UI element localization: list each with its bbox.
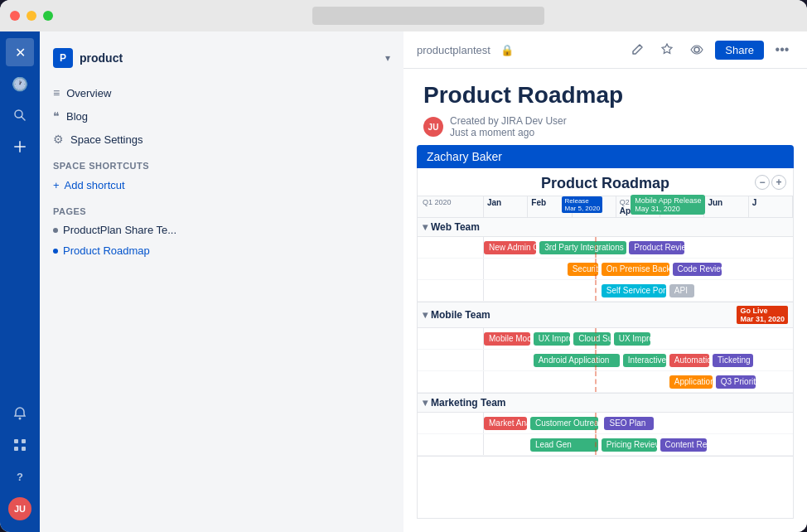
space-header[interactable]: P product ▾ — [46, 41, 397, 75]
svg-rect-5 — [14, 439, 18, 443]
search-icon[interactable] — [6, 101, 34, 129]
bar-product-review[interactable]: Product Review — [629, 241, 684, 254]
page-label-1: Product Roadmap — [63, 244, 150, 257]
app-body: ✕ 🕐 — [0, 31, 807, 532]
roadmap-title: Product Roadmap − + — [418, 168, 793, 196]
blog-icon: ❝ — [53, 109, 60, 123]
space-shortcuts-label: SPACE SHORTCUTS — [46, 151, 397, 174]
marketing-team-section: ▾ Marketing Team Market Analysis — [418, 394, 793, 457]
web-team-row-3: Self Service Portal API — [418, 280, 793, 302]
sidebar-item-settings[interactable]: ⚙ Space Settings — [46, 128, 397, 151]
url-bar[interactable] — [312, 7, 544, 25]
breadcrumb: productplantest — [417, 44, 490, 56]
bar-self-service[interactable]: Self Service Portal — [602, 284, 666, 297]
zoom-controls: − + — [755, 175, 786, 190]
month-mar: Ma Release Mar 5, 2020 — [573, 196, 616, 217]
page-label-0: ProductPlan Share Te... — [63, 224, 176, 236]
add-shortcut-button[interactable]: + Add shortcut — [46, 174, 397, 196]
edit-button[interactable] — [626, 38, 649, 61]
marketing-row-2: Lead Gen Pricing Review Content Review — [418, 434, 793, 456]
titlebar — [0, 0, 807, 31]
space-icon: P — [53, 48, 73, 68]
page-item-1[interactable]: Product Roadmap — [46, 240, 397, 261]
web-row2-timeline: Security 2.0 On Premise Backup Code Revi… — [484, 259, 793, 279]
zoom-in-button[interactable]: + — [771, 175, 786, 190]
svg-rect-7 — [14, 447, 18, 451]
mobile-row1-timeline: Mobile Mock Up UX Improvements Cloud Sup… — [484, 328, 793, 349]
web-row1-label — [418, 237, 484, 258]
sidebar-item-blog-label: Blog — [66, 110, 88, 123]
help-icon[interactable]: ? — [6, 462, 34, 491]
zoom-out-button[interactable]: − — [755, 175, 770, 190]
sidebar-item-settings-label: Space Settings — [70, 133, 143, 146]
bar-seo-plan[interactable]: SEO Plan — [604, 417, 654, 430]
bar-q3-priorities[interactable]: Q3 Priorities List — [716, 375, 756, 389]
overview-icon: ≡ — [53, 86, 60, 99]
marketing-team-header: ▾ Marketing Team — [418, 394, 793, 413]
minimize-button[interactable] — [27, 11, 36, 21]
bar-pricing-review[interactable]: Pricing Review — [602, 438, 657, 452]
mobile-row-1: Mobile Mock Up UX Improvements Cloud Sup… — [418, 328, 793, 350]
apps-icon[interactable] — [6, 431, 34, 459]
mobile-row-3: Application Upgr... Q3 Priorities List — [418, 371, 793, 393]
web-team-toggle[interactable]: ▾ — [423, 221, 428, 233]
roadmap-chart: Product Roadmap − + Q1 2020 — [417, 168, 794, 519]
bar-lead-gen[interactable]: Lead Gen — [530, 438, 598, 452]
mobile-team-toggle[interactable]: ▾ — [423, 309, 428, 321]
mobile-team-section: ▾ Mobile Team Go LiveMar 31, 2020 — [418, 302, 793, 394]
bar-api[interactable]: API — [669, 284, 694, 297]
bar-ticketing[interactable]: Ticketing System — [713, 354, 752, 367]
bar-content-review[interactable]: Content Review — [660, 438, 707, 452]
sidebar-item-overview[interactable]: ≡ Overview — [46, 81, 397, 104]
recent-icon[interactable]: 🕐 — [6, 70, 34, 98]
sidebar-icon-rail: ✕ 🕐 — [0, 31, 40, 532]
notification-icon[interactable] — [6, 399, 34, 428]
page-item-0[interactable]: ProductPlan Share Te... — [46, 220, 397, 240]
home-icon[interactable]: ✕ — [6, 38, 34, 66]
watch-button[interactable] — [685, 38, 708, 61]
marketing-team-toggle[interactable]: ▾ — [423, 397, 428, 409]
bar-market-analysis[interactable]: Market Analysis — [484, 417, 527, 430]
web-team-label: Web Team — [431, 221, 480, 233]
mobile-team-label: Mobile Team — [431, 309, 490, 321]
star-button[interactable] — [655, 38, 679, 61]
bar-ux-improve1[interactable]: UX Improvements — [534, 332, 571, 346]
create-icon[interactable] — [6, 133, 34, 161]
svg-line-1 — [22, 117, 25, 120]
bar-auto-renew[interactable]: Automatic Rene... — [669, 354, 709, 367]
sidebar-item-blog[interactable]: ❝ Blog — [46, 104, 397, 128]
sidebar-nav: P product ▾ ≡ Overview ❝ Blog ⚙ Space Se… — [40, 31, 404, 532]
bar-3rd-party[interactable]: 3rd Party Integrations — [539, 241, 626, 254]
svg-point-9 — [694, 47, 699, 52]
pages-label: PAGES — [46, 196, 397, 220]
more-button[interactable]: ••• — [771, 38, 794, 61]
share-button[interactable]: Share — [715, 41, 764, 60]
maximize-button[interactable] — [43, 11, 53, 21]
author-info: Created by JIRA Dev User Just a moment a… — [450, 115, 567, 138]
svg-point-4 — [19, 418, 22, 420]
page-dot-0 — [53, 228, 58, 233]
bar-mobile-mock[interactable]: Mobile Mock Up — [484, 332, 530, 346]
main-content: productplantest 🔒 — [404, 31, 807, 532]
web-team-header: ▾ Web Team — [418, 218, 793, 237]
release-label: Release — [564, 197, 588, 205]
bar-cloud-support[interactable]: Cloud Support — [573, 332, 611, 346]
bar-app-upgrade[interactable]: Application Upgr... — [669, 375, 713, 389]
user-banner: Zachary Baker — [417, 145, 794, 168]
bar-ux-improve2[interactable]: UX Improve... — [614, 332, 651, 346]
author-created: Created by JIRA Dev User — [450, 115, 567, 127]
bar-android[interactable]: Android Application — [534, 354, 620, 367]
mobile-release-badge: Mobile App Release May 31, 2020 — [631, 195, 705, 215]
mobile-row-2: Android Application Interactive Dialo...… — [418, 350, 793, 371]
bar-on-premise[interactable]: On Premise Backup — [602, 263, 669, 276]
month-jun: Jun — [704, 196, 748, 217]
marketing-row2-timeline: Lead Gen Pricing Review Content Review — [484, 434, 793, 455]
user-avatar-icon[interactable]: JU — [8, 497, 31, 520]
bar-customer-outreach[interactable]: Customer Outreach — [530, 417, 598, 430]
bar-new-admin[interactable]: New Admin Cons... — [484, 241, 536, 254]
bar-code-review[interactable]: Code Review — [673, 263, 722, 276]
page-title: Product Roadmap — [423, 82, 787, 109]
bar-security[interactable]: Security 2.0 — [568, 263, 598, 276]
close-button[interactable] — [10, 11, 20, 21]
bar-interactive[interactable]: Interactive Dialo... — [623, 354, 666, 367]
